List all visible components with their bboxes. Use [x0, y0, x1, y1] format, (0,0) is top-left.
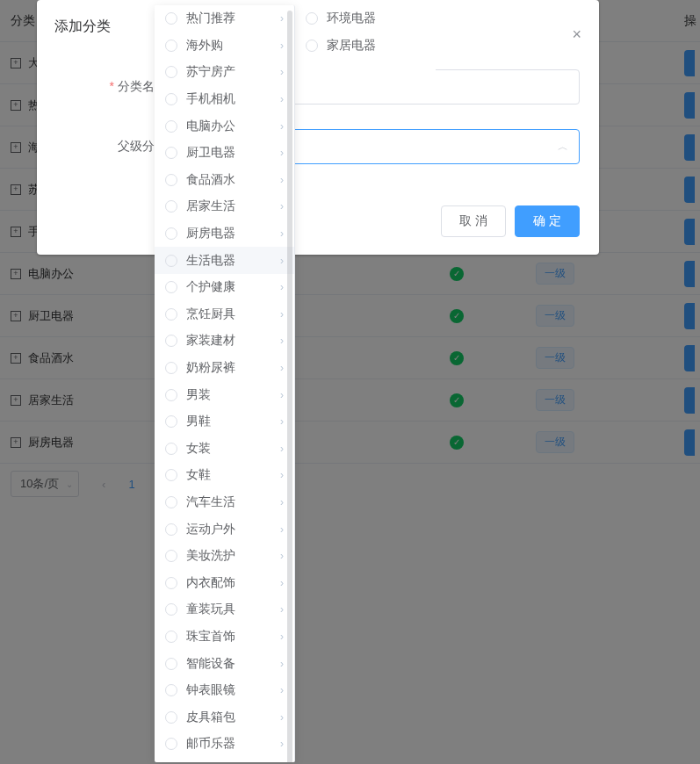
cascader-option[interactable]: 汽车生活› — [155, 489, 294, 516]
cascader-option[interactable]: 厨房电器› — [155, 220, 294, 248]
cascader-option[interactable]: 海外购› — [155, 32, 294, 60]
cascader-option-label: 家装建材 — [186, 333, 284, 349]
close-icon[interactable]: × — [572, 26, 581, 42]
cascader-option-label: 内衣配饰 — [186, 575, 284, 591]
cascader-option[interactable]: 手机相机› — [155, 86, 294, 113]
chevron-right-icon: › — [280, 469, 284, 481]
cascader-option[interactable]: 钟表眼镜› — [155, 677, 294, 704]
chevron-right-icon: › — [280, 684, 284, 696]
chevron-right-icon: › — [280, 738, 284, 750]
cascader-option-label: 童装玩具 — [186, 602, 284, 617]
radio-icon — [165, 40, 177, 52]
cascader-option-label: 海外购 — [186, 38, 284, 54]
cascader-option[interactable]: 生活电器› — [155, 247, 294, 274]
radio-icon — [165, 443, 177, 455]
chevron-right-icon: › — [280, 200, 284, 213]
radio-icon — [165, 147, 177, 159]
radio-icon — [165, 711, 177, 724]
cascader-option[interactable]: 奶粉尿裤› — [155, 355, 294, 382]
radio-icon — [165, 174, 177, 186]
cascader-option[interactable]: 女鞋› — [155, 462, 294, 489]
cascader-option[interactable]: 男装› — [155, 381, 294, 408]
cascader-option[interactable]: 食品酒水› — [155, 167, 294, 194]
radio-icon — [165, 308, 177, 321]
confirm-button[interactable]: 确 定 — [515, 205, 580, 237]
chevron-right-icon: › — [280, 443, 284, 455]
radio-icon — [165, 577, 177, 589]
cascader-option[interactable]: 运动户外› — [155, 515, 294, 543]
chevron-right-icon: › — [280, 281, 284, 293]
chevron-right-icon: › — [280, 658, 284, 670]
cascader-option[interactable]: 智能设备› — [155, 650, 294, 677]
cascader-option[interactable]: 烹饪厨具› — [155, 301, 294, 328]
radio-icon — [165, 93, 177, 105]
cascader-option[interactable]: 童装玩具› — [155, 596, 294, 623]
cascader-option-label: 汽车生活 — [186, 494, 284, 510]
cascader-option-label: 苏宁房产 — [186, 64, 284, 80]
scrollbar[interactable] — [287, 11, 292, 762]
cascader-option[interactable]: 家装建材› — [155, 328, 294, 355]
chevron-up-icon: ︿ — [558, 140, 568, 155]
cascader-option[interactable]: 电脑办公› — [155, 112, 294, 140]
cascader-option-label: 生活电器 — [186, 253, 284, 269]
chevron-right-icon: › — [280, 631, 284, 643]
cascader-option-label: 食品酒水 — [186, 172, 284, 188]
radio-icon — [165, 362, 177, 374]
radio-icon — [165, 550, 177, 562]
cascader-option-label: 个护健康 — [186, 279, 284, 295]
chevron-right-icon: › — [280, 12, 284, 25]
chevron-right-icon: › — [280, 174, 284, 186]
cascader-option[interactable]: 家居电器 — [295, 32, 436, 60]
cascader-option[interactable]: 个护健康› — [155, 274, 294, 301]
chevron-right-icon: › — [280, 40, 284, 52]
cascader-option[interactable]: 男鞋› — [155, 408, 294, 436]
cascader-option[interactable]: 热门推荐› — [155, 5, 294, 32]
cascader-option-label: 女装 — [186, 441, 284, 457]
radio-icon — [165, 335, 177, 347]
cascader-option-label: 运动户外 — [186, 522, 284, 537]
cascader-option-label: 电脑办公 — [186, 119, 284, 134]
cascader-dropdown: 热门推荐›海外购›苏宁房产›手机相机›电脑办公›厨卫电器›食品酒水›居家生活›厨… — [155, 5, 436, 762]
cascader-option-label: 男鞋 — [186, 414, 284, 429]
radio-icon — [165, 66, 177, 78]
cancel-button[interactable]: 取 消 — [441, 205, 506, 237]
chevron-right-icon: › — [280, 711, 284, 724]
cascader-option-label: 邮币乐器 — [186, 736, 284, 752]
cascader-option-label: 珠宝首饰 — [186, 629, 284, 645]
cascader-option[interactable]: 内衣配饰› — [155, 569, 294, 596]
cascader-option[interactable]: 女装› — [155, 436, 294, 463]
cascader-option[interactable]: 邮币乐器› — [155, 731, 294, 758]
cascader-option[interactable]: 居家生活› — [155, 193, 294, 220]
cascader-option-label: 女鞋 — [186, 467, 284, 483]
cascader-option-label: 厨卫电器 — [186, 145, 284, 161]
cascader-option[interactable]: 美妆洗护› — [155, 543, 294, 570]
radio-icon — [165, 200, 177, 213]
radio-icon — [165, 523, 177, 536]
cascader-option-label: 热门推荐 — [186, 11, 284, 26]
cascader-option-label: 奶粉尿裤 — [186, 360, 284, 376]
radio-icon — [165, 738, 177, 750]
radio-icon — [306, 12, 318, 25]
chevron-right-icon: › — [280, 496, 284, 508]
cascader-option[interactable]: 皮具箱包› — [155, 703, 294, 731]
cascader-option-label: 烹饪厨具 — [186, 306, 284, 322]
cascader-option[interactable]: 厨卫电器› — [155, 140, 294, 167]
cascader-option-label: 美妆洗护 — [186, 548, 284, 564]
chevron-right-icon: › — [280, 577, 284, 589]
cascader-panel-2: 环境电器家居电器 — [295, 5, 436, 76]
cascader-option-label: 男装 — [186, 387, 284, 403]
radio-icon — [165, 281, 177, 293]
cascader-option[interactable]: 环境电器 — [295, 5, 436, 32]
chevron-right-icon: › — [280, 120, 284, 133]
cascader-option[interactable]: 苏宁房产› — [155, 59, 294, 86]
chevron-right-icon: › — [280, 335, 284, 347]
chevron-right-icon: › — [280, 389, 284, 401]
radio-icon — [165, 12, 177, 25]
radio-icon — [165, 227, 177, 240]
cascader-option-label: 智能设备 — [186, 656, 284, 672]
radio-icon — [165, 469, 177, 481]
cascader-option[interactable]: 珠宝首饰› — [155, 623, 294, 651]
radio-icon — [306, 40, 318, 52]
radio-icon — [165, 255, 177, 267]
chevron-right-icon: › — [280, 523, 284, 536]
